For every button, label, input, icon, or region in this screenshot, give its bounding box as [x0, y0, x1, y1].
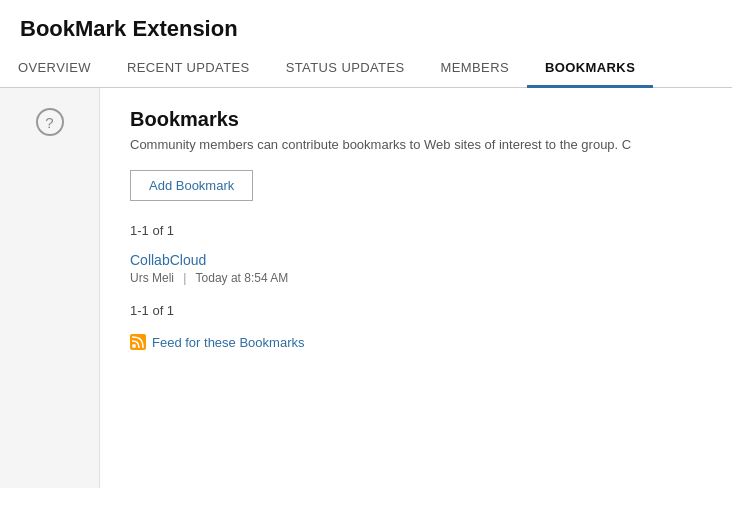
help-icon[interactable]: ?: [36, 108, 64, 136]
feed-link[interactable]: Feed for these Bookmarks: [152, 335, 304, 350]
bookmark-separator: |: [183, 271, 186, 285]
main-content: Bookmarks Community members can contribu…: [100, 88, 732, 488]
bookmark-item: CollabCloud Urs Meli | Today at 8:54 AM: [130, 252, 702, 285]
feed-icon: [130, 334, 146, 350]
nav-item-status-updates[interactable]: STATUS UPDATES: [268, 50, 423, 88]
bookmark-author: Urs Meli: [130, 271, 174, 285]
bookmark-timestamp: Today at 8:54 AM: [196, 271, 289, 285]
pagination-bottom: 1-1 of 1: [130, 303, 702, 318]
svg-point-1: [132, 344, 136, 348]
bookmark-meta: Urs Meli | Today at 8:54 AM: [130, 271, 702, 285]
pagination-top: 1-1 of 1: [130, 223, 702, 238]
sidebar: ?: [0, 88, 100, 488]
nav-item-recent-updates[interactable]: RECENT UPDATES: [109, 50, 268, 88]
bookmark-link[interactable]: CollabCloud: [130, 252, 702, 268]
app-title: BookMark Extension: [20, 16, 238, 41]
nav-item-members[interactable]: MEMBERS: [423, 50, 527, 88]
nav-bar: OVERVIEW RECENT UPDATES STATUS UPDATES M…: [0, 50, 732, 88]
nav-item-overview[interactable]: OVERVIEW: [0, 50, 109, 88]
section-title: Bookmarks: [130, 108, 702, 131]
feed-link-row: Feed for these Bookmarks: [130, 334, 702, 350]
page-body: ? Bookmarks Community members can contri…: [0, 88, 732, 488]
nav-item-bookmarks[interactable]: BOOKMARKS: [527, 50, 653, 88]
section-desc: Community members can contribute bookmar…: [130, 137, 702, 152]
app-header: BookMark Extension: [0, 0, 732, 50]
add-bookmark-button[interactable]: Add Bookmark: [130, 170, 253, 201]
